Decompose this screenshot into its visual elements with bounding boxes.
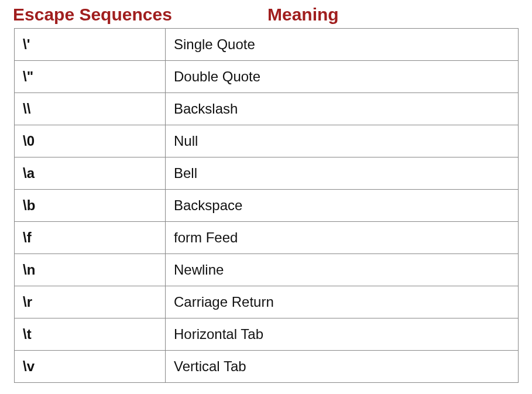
table-row: \' Single Quote [15,29,519,61]
cell-meaning: Double Quote [166,61,519,93]
table-row: \t Horizontal Tab [15,318,519,351]
cell-sequence: \v [15,351,166,383]
table-row: \r Carriage Return [15,286,519,318]
cell-meaning: Carriage Return [166,286,519,318]
cell-sequence: \t [15,318,166,351]
cell-meaning: Backspace [166,190,519,222]
cell-meaning: Single Quote [166,29,519,61]
table-row: \" Double Quote [15,61,519,93]
cell-sequence: \r [15,286,166,318]
table-row: \0 Null [15,125,519,157]
cell-sequence: \\ [15,93,166,125]
table-row: \a Bell [15,157,519,190]
cell-sequence: \f [15,222,166,254]
escape-sequences-table: \' Single Quote \" Double Quote \\ Backs… [14,28,519,383]
table-row: \v Vertical Tab [15,351,519,383]
table-row: \\ Backslash [15,93,519,125]
cell-sequence: \b [15,190,166,222]
cell-meaning: Bell [166,157,519,190]
cell-meaning: Newline [166,254,519,286]
headers-row: Escape Sequences Meaning [12,5,520,25]
cell-sequence: \a [15,157,166,190]
cell-meaning: Backslash [166,93,519,125]
cell-sequence: \' [15,29,166,61]
table-row: \n Newline [15,254,519,286]
header-meaning: Meaning [267,5,339,25]
table-row: \b Backspace [15,190,519,222]
cell-meaning: form Feed [166,222,519,254]
cell-sequence: \n [15,254,166,286]
cell-meaning: Vertical Tab [166,351,519,383]
cell-sequence: \" [15,61,166,93]
table-row: \f form Feed [15,222,519,254]
cell-sequence: \0 [15,125,166,157]
header-escape-sequences: Escape Sequences [13,5,267,25]
cell-meaning: Horizontal Tab [166,318,519,351]
cell-meaning: Null [166,125,519,157]
